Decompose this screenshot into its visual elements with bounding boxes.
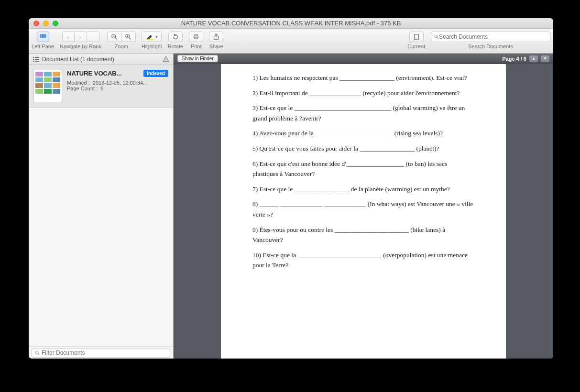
page-indicator: Page 4 / 6 — [502, 56, 526, 62]
triangle-down-icon: ▼ — [543, 56, 547, 61]
svg-rect-5 — [44, 36, 45, 38]
nav-rank-dropdown[interactable] — [87, 32, 99, 42]
svg-rect-27 — [35, 61, 39, 62]
chevron-right-icon: › — [79, 33, 81, 41]
zoom-in-icon — [125, 33, 131, 40]
svg-rect-19 — [414, 34, 418, 40]
modified-value: 2018-12-05, 12:00:34... — [93, 80, 147, 86]
svg-rect-4 — [42, 36, 44, 38]
left-pane-toggle[interactable] — [37, 32, 49, 42]
document-thumbnail — [33, 70, 62, 102]
svg-rect-1 — [42, 34, 44, 36]
content-area: Document List (1 document) NATURE VOCAB.… — [29, 54, 553, 359]
svg-rect-23 — [35, 57, 39, 58]
chevron-left-icon: ‹ — [67, 33, 69, 41]
document-line: 4) Avez-vous peur de la ________________… — [252, 128, 474, 139]
document-title: NATURE VOCAB... — [67, 70, 122, 77]
titlebar: NATURE VOCAB CONVERSATION CLASS WEAK INT… — [29, 18, 553, 29]
page-icon — [413, 33, 420, 40]
document-line: 5) Qu'est-ce que vous faites pour aider … — [252, 143, 474, 154]
svg-line-31 — [38, 354, 40, 355]
search-icon — [434, 34, 439, 39]
minimize-button[interactable] — [43, 21, 49, 26]
indexed-badge: Indexed — [143, 70, 168, 77]
svg-point-29 — [165, 60, 166, 61]
chevron-down-icon: ▾ — [155, 34, 158, 39]
document-line: 7) Est-ce que le _________________ de la… — [252, 184, 474, 195]
highlighter-icon — [146, 33, 154, 40]
zoom-in-button[interactable] — [121, 32, 136, 42]
modified-label: Modified : — [67, 80, 90, 86]
share-button[interactable] — [209, 32, 223, 42]
document-line: 3) Est-ce que le _______________________… — [252, 103, 474, 123]
svg-point-26 — [33, 60, 34, 61]
zoom-label: Zoom — [115, 44, 128, 49]
list-icon — [33, 56, 39, 62]
printer-icon — [193, 33, 199, 40]
filter-field[interactable] — [32, 348, 170, 358]
traffic-lights — [33, 21, 58, 26]
triangle-up-icon: ▲ — [532, 56, 536, 61]
svg-line-7 — [115, 38, 117, 40]
document-line: 6) Est-ce que c'est une bonne idée d'___… — [252, 159, 474, 179]
document-line: 2) Est-il important de ________________ … — [252, 88, 474, 98]
svg-point-22 — [33, 56, 34, 57]
search-icon — [35, 350, 40, 355]
search-label: Search Documents — [468, 44, 513, 49]
pagecount-label: Page Count : — [67, 86, 98, 91]
show-in-finder-button[interactable]: Show in Finder — [177, 55, 218, 62]
svg-rect-15 — [195, 34, 197, 36]
document-line: 1) Les humains ne respectent pas _______… — [252, 73, 474, 83]
svg-rect-25 — [35, 59, 39, 60]
nav-back-button[interactable]: ‹ — [62, 32, 75, 42]
filter-bar — [29, 346, 173, 359]
print-button[interactable] — [189, 32, 203, 42]
current-label: Current — [407, 44, 425, 49]
print-label: Print — [191, 44, 202, 49]
pagecount-value: 6 — [100, 86, 103, 91]
warning-icon[interactable] — [163, 56, 169, 63]
sidebar: Document List (1 document) NATURE VOCAB.… — [29, 54, 174, 359]
grid-icon — [40, 33, 46, 40]
search-input[interactable] — [439, 33, 547, 40]
close-button[interactable] — [33, 21, 39, 26]
pdf-page: 1) Les humains ne respectent pas _______… — [221, 64, 506, 359]
zoom-button[interactable] — [53, 21, 58, 26]
document-info: NATURE VOCAB... Indexed Modified : 2018-… — [67, 70, 168, 102]
navigate-label: Navigate by Rank — [60, 44, 101, 49]
svg-rect-3 — [40, 36, 42, 38]
svg-rect-2 — [44, 34, 45, 36]
svg-line-10 — [129, 38, 131, 40]
toolbar: Left Pane ‹ › Navigate by Rank Zoom ▾ Hi… — [29, 29, 553, 54]
highlight-label: Highlight — [142, 44, 162, 49]
svg-rect-13 — [146, 39, 154, 40]
main-header: Show in Finder Page 4 / 6 ▲ ▼ — [174, 54, 553, 64]
document-row[interactable]: NATURE VOCAB... Indexed Modified : 2018-… — [29, 65, 173, 108]
rotate-button[interactable] — [168, 32, 183, 42]
document-canvas[interactable]: 1) Les humains ne respectent pas _______… — [174, 64, 553, 359]
zoom-out-icon — [111, 33, 118, 40]
document-line: 9) Êtes-vous pour ou contre les ________… — [252, 225, 474, 245]
zoom-out-button[interactable] — [107, 32, 121, 42]
svg-line-21 — [438, 38, 439, 39]
filter-input[interactable] — [42, 349, 167, 356]
svg-rect-0 — [40, 34, 42, 36]
page-down-button[interactable]: ▼ — [541, 55, 549, 62]
share-label: Share — [209, 44, 223, 49]
svg-point-24 — [33, 58, 34, 59]
main-panel: Show in Finder Page 4 / 6 ▲ ▼ 1) Les hum… — [174, 54, 553, 359]
svg-point-20 — [435, 35, 438, 38]
highlight-button[interactable]: ▾ — [142, 32, 162, 42]
document-line: 10) Est-ce que la ______________________… — [252, 250, 474, 271]
rotate-label: Rotate — [168, 44, 183, 49]
sidebar-header: Document List (1 document) — [29, 54, 173, 65]
rotate-icon — [172, 33, 179, 40]
search-field[interactable] — [431, 32, 550, 42]
svg-point-30 — [35, 351, 38, 354]
window-title: NATURE VOCAB CONVERSATION CLASS WEAK INT… — [29, 20, 553, 27]
page-up-button[interactable]: ▲ — [529, 55, 538, 62]
app-window: NATURE VOCAB CONVERSATION CLASS WEAK INT… — [29, 18, 553, 359]
nav-forward-button[interactable]: › — [75, 32, 87, 42]
current-button[interactable] — [409, 32, 424, 42]
sidebar-heading: Document List (1 document) — [42, 56, 114, 63]
